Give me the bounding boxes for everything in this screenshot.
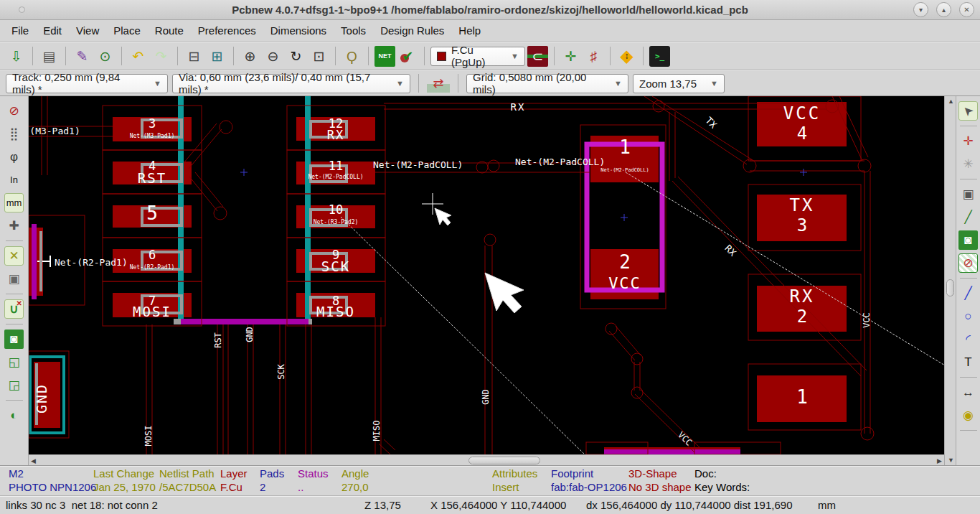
status-units: mm [818, 499, 836, 511]
cursor-shape-icon[interactable]: ✚ [4, 216, 24, 235]
close-button[interactable]: ✕ [959, 2, 974, 17]
polar-coords-icon[interactable]: φ [4, 147, 24, 167]
zoom-fit-icon: ⊡ [314, 50, 325, 63]
add-keepout-icon[interactable]: ⊘ [958, 253, 978, 273]
plot-icon[interactable]: ⊞ [207, 46, 227, 67]
menu-place[interactable]: Place [106, 22, 148, 39]
auto-delete-track-icon[interactable]: ∪ [4, 299, 24, 319]
add-keepout-icon: ⊘ [963, 257, 973, 269]
add-circle-icon[interactable]: ○ [958, 307, 978, 326]
auto-track-width-icon[interactable]: ⇄ [427, 74, 450, 93]
add-dimension-icon[interactable]: ↔ [958, 383, 978, 402]
minimize-button[interactable]: ▾ [913, 2, 928, 17]
menu-preferences[interactable]: Preferences [191, 22, 263, 39]
units-inch-icon[interactable]: In [4, 170, 24, 190]
info-value-layer: F.Cu [220, 481, 242, 493]
find-icon[interactable]: Ϙ [341, 46, 362, 67]
module-browser-icon[interactable]: ⊙ [95, 46, 116, 67]
vertical-scrollbar[interactable]: ▲ ▼ [944, 96, 956, 465]
select-tool-icon[interactable]: ➤ [958, 101, 978, 121]
cursor-shape-icon: ✚ [9, 220, 19, 232]
menu-route[interactable]: Route [148, 22, 191, 39]
netlist-icon[interactable]: NET [374, 46, 395, 67]
units-inch-icon: In [10, 175, 18, 184]
add-circle-icon: ○ [964, 310, 971, 322]
info-label-pads: Pads [260, 467, 284, 480]
menu-design-rules[interactable]: Design Rules [373, 22, 451, 39]
window-menu-icon[interactable] [19, 6, 25, 13]
menu-tools[interactable]: Tools [334, 22, 373, 39]
scroll-down-icon[interactable]: ▼ [948, 457, 954, 464]
titlebar[interactable]: Pcbnew 4.0.7+dfsg1-1~bpo9+1 /home/fablab… [0, 0, 980, 20]
ratsnest-visibility-icon[interactable]: ✕ [4, 246, 24, 266]
layer-pair-icon: ⊂ [532, 50, 544, 63]
fast-access-icon[interactable]: ◆ [616, 46, 637, 67]
zoom-select[interactable]: Zoom 13,75 ▼ [633, 74, 725, 93]
add-track-icon[interactable]: ╱ [958, 207, 978, 227]
track-mode-icon[interactable]: ♯ [583, 46, 604, 67]
right-tools-toolbar: ➤✛✳▣╱◙⊘╱○◜T↔◉ [956, 96, 980, 465]
ratsnest-visibility-icon: ✕ [9, 250, 19, 262]
add-module-icon[interactable]: ▣ [958, 184, 978, 204]
horizontal-scrollbar-thumb[interactable] [468, 457, 540, 464]
separator [368, 47, 369, 65]
drc-off-icon[interactable]: ⊘ [4, 101, 24, 121]
grid-size-select[interactable]: Grid: 0,5080 mm (20,00 mils) ▼ [466, 74, 628, 93]
menu-view[interactable]: View [69, 22, 106, 39]
pcb-canvas[interactable]: 3Net-(M3-Pad1)4RST56Net-(R2-Pad1)7MOSI12… [29, 96, 944, 454]
print-icon[interactable]: ⊟ [184, 46, 204, 67]
zoom-redraw-icon[interactable]: ↻ [286, 46, 306, 67]
page-settings-icon[interactable]: ▤ [39, 46, 60, 67]
svg-text:3: 3 [797, 215, 807, 235]
zoom-out-icon[interactable]: ⊖ [263, 46, 283, 67]
zones-sketch-icon[interactable]: ◲ [4, 375, 24, 395]
via-size-select[interactable]: Via: 0,60 mm (23,6 mils)/ 0,40 mm (15,7 … [172, 74, 410, 93]
units-mm-icon[interactable]: mm [4, 193, 24, 212]
undo-icon[interactable]: ↶ [128, 46, 149, 67]
module-mode-icon[interactable]: ✛ [560, 46, 581, 67]
zoom-fit-icon[interactable]: ⊡ [308, 46, 329, 67]
scroll-up-icon[interactable]: ▲ [948, 98, 954, 105]
maximize-button[interactable]: ▴ [936, 2, 951, 17]
separator [335, 47, 336, 65]
high-contrast-icon[interactable]: ◐ [4, 406, 24, 425]
menu-edit[interactable]: Edit [36, 22, 69, 39]
scroll-left-icon[interactable]: ◀ [31, 457, 36, 464]
add-text-icon[interactable]: T [958, 352, 978, 372]
add-arc-icon[interactable]: ◜ [958, 330, 978, 349]
add-zone-icon[interactable]: ◙ [958, 230, 978, 250]
svg-text:TX: TX [703, 115, 719, 131]
zones-filled-icon: ◙ [10, 333, 17, 345]
drc-icon[interactable]: ✔ [397, 46, 418, 67]
separator [960, 430, 977, 431]
module-editor-icon[interactable]: ✎ [72, 46, 93, 67]
track-width-select[interactable]: Track: 0,250 mm (9,84 mils) * ▼ [6, 74, 168, 93]
scroll-right-icon[interactable]: ▶ [937, 457, 942, 464]
module-ratsnest-icon[interactable]: ▣ [4, 269, 24, 289]
local-ratsnest-icon[interactable]: ✳ [958, 154, 978, 174]
menu-help[interactable]: Help [451, 22, 488, 39]
svg-text:3: 3 [149, 116, 156, 131]
add-target-icon[interactable]: ◉ [958, 406, 978, 425]
add-graphic-line-icon[interactable]: ╱ [958, 284, 978, 303]
info-value-last-change: Jan 25, 1970 [93, 481, 156, 493]
horizontal-scrollbar[interactable]: ◀ ▶ [29, 454, 944, 465]
menu-dimensions[interactable]: Dimensions [263, 22, 334, 39]
redo-icon[interactable]: ↷ [151, 46, 171, 67]
grid-visibility-icon[interactable]: ⣿ [4, 124, 24, 144]
add-text-icon: T [964, 356, 971, 368]
zones-outline-icon[interactable]: ◱ [4, 352, 24, 372]
menu-file[interactable]: File [4, 22, 36, 39]
layer-pair-icon[interactable]: ⊂ [527, 46, 548, 67]
save-board-icon[interactable]: ⇩ [6, 46, 27, 67]
python-console-icon[interactable]: >_ [649, 46, 670, 67]
zones-filled-icon[interactable]: ◙ [4, 330, 24, 349]
layer-select[interactable]: F.Cu (PgUp)▼ [430, 47, 525, 66]
svg-text:VCC: VCC [676, 430, 694, 448]
vertical-scrollbar-thumb[interactable] [946, 279, 954, 296]
highlight-net-icon[interactable]: ✛ [958, 131, 978, 151]
zoom-in-icon[interactable]: ⊕ [240, 46, 260, 67]
left-options-toolbar: ⊘⣿φInmm✚✕▣∪◙◱◲◐ [0, 96, 29, 465]
svg-text:Net-(M2-PadCOLL): Net-(M2-PadCOLL) [308, 174, 363, 180]
separator [6, 324, 23, 324]
